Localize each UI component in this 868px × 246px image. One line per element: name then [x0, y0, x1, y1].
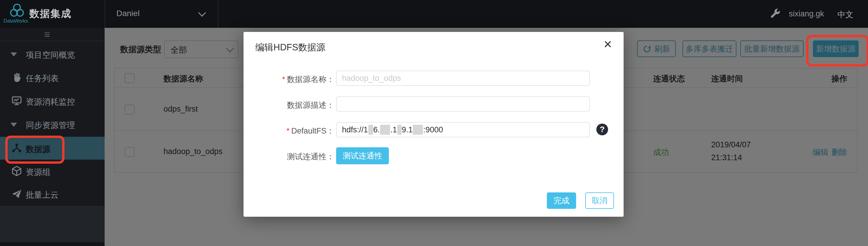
test-field-label: 测试连通性： — [249, 151, 334, 162]
top-header: DataWorks 数据集成 Daniel sixiang.gk 中文 — [0, 0, 868, 28]
defaultfs-field-label: *DefaultFS： — [249, 126, 334, 136]
username[interactable]: sixiang.gk — [789, 9, 824, 19]
cancel-button[interactable]: 取消 — [585, 192, 614, 209]
share-nodes-icon — [11, 143, 22, 154]
test-connectivity-button[interactable]: 测试连通性 — [336, 147, 389, 164]
sidebar-item-resource-monitor[interactable]: 资源消耗监控 — [0, 89, 104, 112]
help-icon[interactable]: ? — [596, 124, 608, 135]
sidebar-item-label: 任务列表 — [26, 73, 59, 84]
sidebar-item-label: 资源消耗监控 — [26, 96, 75, 107]
project-name: Daniel — [116, 9, 140, 18]
sidebar-group-label: 项目空间概览 — [26, 49, 75, 61]
dataworks-logo-icon — [9, 2, 25, 19]
required-mark: * — [282, 75, 285, 84]
desc-input[interactable] — [336, 96, 590, 112]
dataworks-app: DataWorks 数据集成 Daniel sixiang.gk 中文 ≡ 项目… — [0, 0, 868, 246]
done-button[interactable]: 完成 — [547, 192, 576, 209]
chevron-down-icon — [198, 9, 206, 17]
sidebar-item-label: 资源组 — [26, 167, 51, 178]
sidebar-item-task-list[interactable]: 任务列表 — [0, 66, 104, 89]
caret-down-icon — [10, 52, 17, 57]
hand-icon — [11, 72, 22, 83]
sidebar-item-batch-cloud[interactable]: 批量上云 — [0, 182, 104, 205]
logo-caption: DataWorks — [2, 18, 30, 24]
edit-hdfs-datasource-modal: 编辑HDFS数据源 × *数据源名称： 数据源描述： *DefaultFS： h… — [244, 32, 624, 217]
sidebar-item-label: 数据源 — [26, 144, 51, 155]
name-input[interactable] — [336, 71, 590, 86]
sidebar-group-project-overview[interactable]: 项目空间概览 — [0, 42, 104, 65]
app-title: 数据集成 — [29, 7, 71, 21]
sidebar-bottom-strip — [0, 242, 104, 246]
sidebar-item-resource-group[interactable]: 资源组 — [0, 160, 104, 182]
sidebar: ≡ 项目空间概览 任务列表 资源消耗监控 同步资源管理 — [0, 28, 104, 246]
project-selector[interactable]: Daniel — [104, 0, 218, 28]
close-icon[interactable]: × — [604, 37, 612, 51]
collapse-menu-icon[interactable]: ≡ — [44, 28, 50, 41]
modal-title: 编辑HDFS数据源 — [255, 41, 325, 54]
wrench-icon[interactable] — [769, 8, 781, 19]
caret-down-icon — [10, 123, 17, 127]
required-mark: * — [286, 127, 289, 135]
name-field-label: *数据源名称： — [249, 74, 334, 84]
paper-plane-icon — [11, 188, 22, 200]
desc-field-label: 数据源描述： — [249, 100, 334, 110]
sidebar-group-sync-resource[interactable]: 同步资源管理 — [0, 113, 104, 136]
defaultfs-input[interactable]: hdfs://16..19.1:9000 — [336, 122, 590, 137]
sidebar-item-label: 批量上云 — [26, 189, 59, 201]
cube-icon — [11, 166, 22, 177]
monitor-chart-icon — [11, 95, 22, 106]
language-switch[interactable]: 中文 — [838, 9, 854, 20]
sidebar-lower-panel — [0, 206, 104, 242]
sidebar-divider — [0, 41, 104, 41]
sidebar-item-data-source[interactable]: 数据源 — [0, 137, 104, 160]
sidebar-group-label: 同步资源管理 — [26, 120, 75, 131]
